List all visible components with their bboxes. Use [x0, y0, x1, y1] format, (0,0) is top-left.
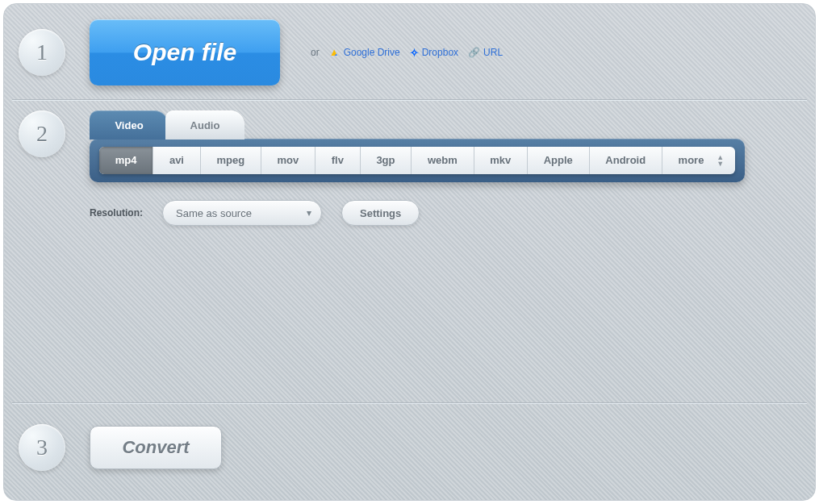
format-mov[interactable]: mov — [261, 147, 315, 174]
source-url[interactable]: URL — [468, 47, 503, 58]
open-file-button[interactable]: Open file — [90, 19, 280, 85]
media-type-tabs: Video Audio — [90, 110, 244, 140]
source-google-drive[interactable]: Google Drive — [329, 47, 400, 58]
step-badge-2: 2 — [19, 110, 65, 157]
source-extras: or Google Drive Dropbox URL — [311, 47, 503, 59]
format-3gp[interactable]: 3gp — [361, 147, 412, 174]
format-flv[interactable]: flv — [315, 147, 361, 174]
google-drive-icon — [329, 48, 341, 57]
options-row: Resolution: Same as source Settings — [90, 200, 420, 226]
link-icon — [468, 47, 480, 58]
settings-button[interactable]: Settings — [341, 200, 420, 226]
dropbox-icon — [410, 47, 419, 59]
resolution-label: Resolution: — [90, 207, 143, 219]
source-dropbox[interactable]: Dropbox — [410, 47, 458, 59]
google-drive-label: Google Drive — [344, 47, 400, 58]
format-avi[interactable]: avi — [153, 147, 201, 174]
dropbox-label: Dropbox — [422, 47, 458, 58]
or-label: or — [311, 47, 320, 58]
step-badge-1: 1 — [19, 29, 65, 76]
url-label: URL — [483, 47, 503, 58]
format-webm[interactable]: webm — [412, 147, 474, 174]
chevron-updown-icon: ▲ ▼ — [717, 147, 724, 174]
step-1: 1 Open file or Google Drive Dropbox URL — [4, 4, 815, 99]
converter-panel: 1 Open file or Google Drive Dropbox URL — [3, 3, 816, 501]
format-apple[interactable]: Apple — [528, 147, 590, 174]
step-3: 3 Convert — [4, 402, 815, 491]
step-badge-3: 3 — [19, 424, 65, 471]
format-mpeg[interactable]: mpeg — [201, 147, 261, 174]
format-more[interactable]: more▲ ▼ — [662, 147, 735, 174]
format-mp4[interactable]: mp4 — [99, 147, 153, 174]
resolution-select[interactable]: Same as source — [162, 200, 322, 226]
format-android[interactable]: Android — [590, 147, 662, 174]
convert-button[interactable]: Convert — [90, 426, 222, 469]
step-2: 2 Video Audio mp4avimpegmovflv3gpwebmmkv… — [4, 99, 815, 402]
format-bar: mp4avimpegmovflv3gpwebmmkvAppleAndroidmo… — [99, 147, 735, 174]
format-bar-container: mp4avimpegmovflv3gpwebmmkvAppleAndroidmo… — [90, 139, 745, 182]
tab-video[interactable]: Video — [90, 110, 169, 140]
tab-audio[interactable]: Audio — [165, 110, 244, 140]
format-mkv[interactable]: mkv — [474, 147, 528, 174]
